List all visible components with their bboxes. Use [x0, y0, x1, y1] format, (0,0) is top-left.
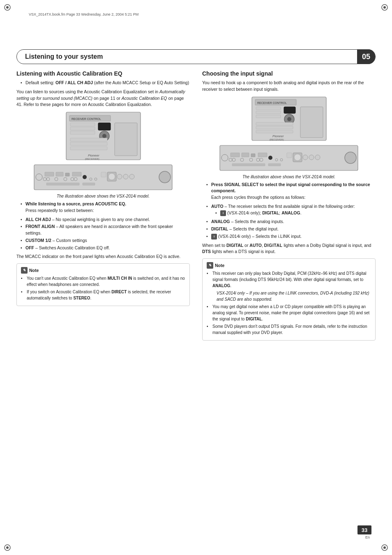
default-setting-label: Default setting:: [25, 80, 55, 85]
note-label-right: Note: [215, 263, 224, 268]
right-note-box: ✎ Note This receiver can only play back …: [202, 258, 376, 341]
right-note-header: ✎ Note: [207, 262, 371, 269]
right-caption: The illustration above shows the VSX-201…: [202, 175, 376, 179]
option-all-ch-adj: ALL CH ADJ – No special weighting is giv…: [21, 216, 190, 223]
right-note-list: This receiver can only play back Dolby D…: [207, 270, 371, 336]
right-intro: You need to hook up a component to both …: [202, 80, 376, 93]
svg-rect-50: [256, 107, 281, 110]
svg-point-5: [6, 546, 9, 549]
svg-point-74: [268, 156, 272, 160]
option-front-align: FRONT ALIGN – All speakers are heard in …: [21, 223, 190, 237]
default-setting-item: Default setting: OFF / ALL CH ADJ (after…: [21, 80, 190, 86]
signal-digital: DIGITAL – Selects the digital input.: [206, 226, 376, 233]
instruction-list: While listening to a source, press ACOUS…: [16, 201, 190, 214]
default-setting-list: Default setting: OFF / ALL CH ADJ (after…: [16, 80, 190, 86]
header-bar: Listening to your system 05: [16, 49, 376, 64]
svg-point-84: [315, 155, 320, 160]
svg-rect-14: [98, 123, 111, 130]
signal-select-list: Press SIGNAL SELECT to select the input …: [202, 182, 376, 201]
svg-text:(RECEIVER): (RECEIVER): [85, 158, 99, 160]
instruction-item: While listening to a source, press ACOUS…: [21, 201, 190, 214]
svg-rect-77: [232, 164, 265, 166]
svg-rect-23: [34, 165, 172, 190]
svg-rect-52: [256, 115, 281, 118]
svg-rect-56: [256, 122, 293, 125]
svg-rect-39: [83, 183, 95, 185]
left-note-box: ✎ Note You can't use Acoustic Calibratio…: [16, 263, 190, 306]
svg-rect-51: [256, 111, 281, 114]
svg-rect-13: [70, 131, 95, 134]
svg-point-44: [123, 174, 128, 179]
svg-rect-38: [46, 183, 79, 185]
left-section-title: Listening with Acoustic Calibration EQ: [16, 70, 190, 77]
option-custom: CUSTOM 1/2 – Custom settings: [21, 237, 190, 244]
svg-point-7: [383, 546, 386, 549]
svg-rect-12: [70, 127, 95, 130]
mcacc-note-text: The MCACC indicator on the front panel l…: [16, 253, 190, 260]
left-note-item-1: You can't use Acoustic Calibration EQ wh…: [21, 275, 185, 288]
receiver-top-illustration-right: RECEIVER CONTROL Pioneer (RECEIVER): [251, 96, 327, 141]
right-note-item-2: You may get digital noise when a LD or C…: [207, 304, 371, 322]
svg-rect-78: [268, 164, 281, 166]
signal-auto: AUTO – The receiver selects the first av…: [206, 203, 376, 216]
svg-rect-11: [70, 123, 95, 126]
svg-rect-32: [72, 172, 81, 176]
svg-point-3: [383, 6, 386, 9]
svg-rect-53: [284, 107, 295, 113]
left-note-item-2: If you switch on Acoustic Calibration EQ…: [21, 289, 185, 301]
svg-point-85: [345, 152, 356, 164]
left-note-list: You can't use Acoustic Calibration EQ wh…: [21, 275, 185, 301]
default-setting-suffix: (after the Auto MCACC Setup or EQ Auto S…: [94, 80, 189, 85]
svg-text:Pioneer: Pioneer: [88, 154, 99, 157]
svg-point-35: [83, 175, 87, 179]
signal-analog: ANALOG – Selects the analog inputs.: [206, 219, 376, 225]
svg-point-81: [294, 154, 301, 161]
signal-select-item: Press SIGNAL SELECT to select the input …: [206, 182, 376, 201]
svg-rect-71: [258, 153, 267, 157]
svg-rect-64: [231, 153, 240, 157]
receiver-front-illustration-left: [33, 164, 173, 191]
svg-point-46: [159, 171, 171, 183]
svg-point-55: [287, 117, 291, 121]
right-note-item-1: This receiver can only play back Dolby D…: [207, 270, 371, 302]
svg-rect-40: [101, 172, 106, 177]
digital-note-text: When set to DIGITAL or AUTO, DIGITAL lig…: [202, 242, 376, 256]
header-title: Listening to your system: [25, 53, 103, 60]
svg-text:Pioneer: Pioneer: [272, 134, 284, 138]
chapter-badge: 05: [357, 49, 375, 64]
svg-rect-61: [300, 107, 323, 138]
svg-rect-58: [256, 130, 293, 133]
svg-point-1: [6, 6, 9, 9]
corner-decoration-tr: [368, 3, 389, 24]
ilink-icon-main: i: [211, 234, 217, 240]
svg-rect-17: [70, 138, 107, 141]
right-column: Choosing the input signal You need to ho…: [202, 70, 376, 539]
option-off: OFF – Switches Acoustic Calibration EQ o…: [21, 245, 190, 251]
ilink-icon-auto: i: [220, 210, 226, 216]
svg-rect-62: [220, 145, 358, 170]
left-note-header: ✎ Note: [21, 267, 185, 274]
main-content: Listening with Acoustic Calibration EQ D…: [16, 70, 376, 539]
svg-text:RECEIVER CONTROL: RECEIVER CONTROL: [71, 117, 101, 120]
page-number: 33: [357, 525, 371, 534]
svg-rect-67: [242, 153, 249, 157]
note-icon-right: ✎: [207, 262, 213, 269]
svg-rect-22: [115, 123, 137, 156]
options-list: ALL CH ADJ – No special weighting is giv…: [16, 216, 190, 251]
svg-text:RECEIVER CONTROL: RECEIVER CONTROL: [257, 101, 287, 104]
svg-point-45: [129, 174, 134, 179]
svg-rect-19: [70, 147, 107, 150]
svg-rect-69: [251, 154, 255, 157]
svg-point-43: [117, 174, 122, 179]
page-locale: En: [365, 535, 370, 539]
svg-rect-57: [256, 126, 293, 129]
svg-point-83: [309, 155, 314, 160]
signal-ilink: i (VSX-2014i only) – Selects the i.LINK …: [206, 233, 376, 240]
auto-sub-list: i (VSX-2014i only); DIGITAL; ANALOG.: [211, 210, 376, 216]
receiver-top-illustration: RECEIVER CONTROL Pioneer (RECEIVER): [65, 111, 141, 161]
svg-point-82: [303, 155, 308, 160]
left-caption: The illustration above shows the VSX-201…: [16, 194, 190, 198]
note-icon-left: ✎: [21, 267, 28, 274]
svg-text:(RECEIVER): (RECEIVER): [270, 138, 284, 141]
svg-rect-28: [56, 172, 63, 176]
